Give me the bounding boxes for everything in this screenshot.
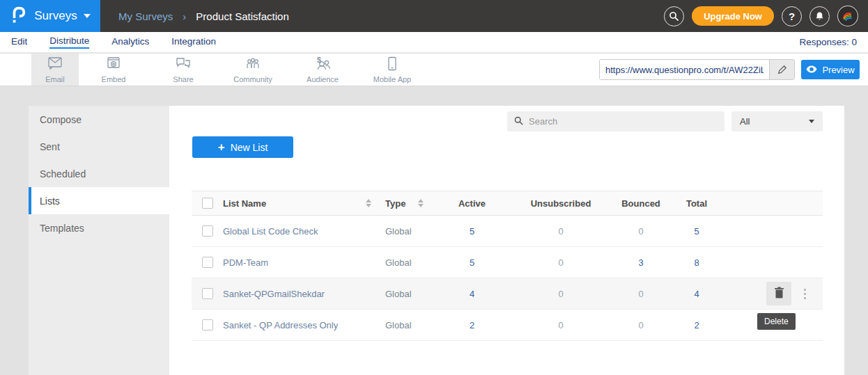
bounced-count: 0 [610, 226, 672, 237]
preview-button[interactable]: Preview [801, 60, 860, 79]
channel-community[interactable]: Community [218, 54, 288, 86]
total-count[interactable]: 4 [672, 289, 721, 299]
row-checkbox[interactable] [202, 288, 213, 299]
mobile-app-icon [387, 56, 397, 74]
unsubscribed-count: 0 [512, 257, 610, 268]
column-list-name: List Name [223, 198, 266, 209]
preview-label: Preview [822, 65, 854, 75]
sidebar-item-sent[interactable]: Sent [29, 133, 169, 160]
channel-items: Email Embed [31, 54, 427, 86]
delete-tooltip: Delete [757, 313, 796, 330]
tab-edit[interactable]: Edit [11, 36, 27, 48]
channel-share[interactable]: Share [148, 54, 218, 86]
tab-analytics[interactable]: Analytics [111, 36, 149, 48]
channel-label: Community [233, 75, 272, 83]
channel-email[interactable]: Email [31, 54, 79, 86]
chevron-down-icon [84, 14, 91, 18]
channel-label: Embed [102, 75, 126, 83]
filter-value: All [740, 116, 750, 127]
sort-list-name-icon[interactable] [366, 199, 371, 207]
new-list-button[interactable]: + New List [192, 136, 293, 158]
email-icon [47, 56, 63, 74]
active-count[interactable]: 4 [432, 289, 512, 299]
channel-label: Mobile App [373, 75, 411, 83]
row-checkbox[interactable] [202, 225, 213, 237]
user-avatar[interactable] [837, 6, 858, 26]
plus-icon: + [218, 141, 225, 153]
filter-dropdown[interactable]: All [731, 111, 823, 131]
edit-url-pencil-icon[interactable] [769, 60, 794, 79]
column-bounced: Bounced [610, 198, 672, 209]
row-more-menu-icon[interactable] [801, 286, 809, 302]
total-count[interactable]: 8 [672, 257, 721, 268]
channel-mobile-app[interactable]: Mobile App [357, 54, 427, 86]
table-row: Global List Code Check Global 5 0 0 5 [192, 216, 823, 247]
list-name-link[interactable]: Sanket - QP Addresses Only [223, 320, 338, 330]
sidebar-item-compose[interactable]: Compose [29, 106, 169, 133]
table-row: PDM-Team Global 5 0 3 8 [192, 247, 823, 278]
sidebar-item-scheduled[interactable]: Scheduled [29, 160, 169, 187]
audience-icon: $ [313, 56, 332, 74]
select-all-checkbox[interactable] [202, 198, 213, 209]
unsubscribed-count: 0 [512, 289, 610, 299]
breadcrumb-my-surveys[interactable]: My Surveys [118, 10, 173, 22]
questionpro-logo-icon [10, 5, 28, 27]
topbar-actions: Upgrade Now ? [664, 6, 868, 26]
active-count[interactable]: 5 [432, 257, 512, 268]
row-checkbox[interactable] [202, 257, 213, 268]
share-icon [175, 56, 192, 74]
list-type: Global [374, 289, 432, 299]
active-count[interactable]: 5 [432, 226, 512, 237]
embed-icon [106, 56, 121, 74]
unsubscribed-count: 0 [512, 320, 610, 330]
bounced-count[interactable]: 3 [610, 257, 672, 268]
notifications-bell-icon[interactable] [809, 6, 830, 26]
survey-url-input[interactable] [600, 60, 769, 79]
unsubscribed-count: 0 [512, 226, 610, 237]
responses-count: Responses: 0 [799, 37, 857, 47]
community-icon [245, 56, 261, 74]
row-checkbox[interactable] [202, 319, 213, 330]
column-total: Total [672, 198, 721, 209]
list-name-link[interactable]: Global List Code Check [223, 226, 318, 237]
topbar: Surveys My Surveys › Product Satisfactio… [0, 0, 868, 32]
active-count[interactable]: 2 [432, 320, 512, 330]
delete-list-button[interactable] [766, 282, 791, 305]
total-count[interactable]: 2 [672, 320, 721, 330]
bounced-count: 0 [610, 289, 672, 299]
tab-distribute[interactable]: Distribute [49, 35, 89, 49]
sort-type-icon[interactable] [418, 199, 424, 207]
channel-audience[interactable]: $ Audience [288, 54, 357, 86]
survey-url-box [599, 59, 795, 80]
surveys-product-menu[interactable]: Surveys [0, 0, 100, 32]
breadcrumb-separator: › [183, 10, 186, 22]
new-list-label: New List [231, 142, 268, 153]
list-type: Global [374, 320, 432, 330]
total-count[interactable]: 5 [672, 226, 721, 237]
table-row: Sanket - QP Addresses Only Global 2 0 0 … [192, 310, 823, 341]
channel-embed[interactable]: Embed [79, 54, 148, 86]
search-icon [514, 115, 523, 128]
search-input[interactable] [529, 116, 718, 127]
list-name-link[interactable]: PDM-Team [223, 257, 268, 268]
search-icon[interactable] [664, 6, 684, 26]
distribute-toolbar: Email Embed [0, 54, 868, 86]
sidebar-item-lists[interactable]: Lists [29, 187, 169, 214]
sidebar-item-templates[interactable]: Templates [29, 214, 169, 241]
channel-label: Email [45, 75, 65, 83]
list-name-link[interactable]: Sanket-QPGmailShekdar [223, 289, 325, 299]
help-icon[interactable]: ? [782, 6, 802, 26]
tab-integration[interactable]: Integration [171, 36, 216, 48]
trash-icon [774, 287, 784, 301]
survey-nav: Edit Distribute Analytics Integration Re… [0, 32, 868, 53]
lists-panel: All + New List List Name Type Active Uns… [169, 106, 844, 375]
column-type: Type [385, 198, 405, 209]
upgrade-now-button[interactable]: Upgrade Now [692, 6, 774, 26]
table-row-hovered: Sanket-QPGmailShekdar Global 4 0 0 4 [192, 278, 823, 310]
breadcrumb: My Surveys › Product Satisfaction [118, 10, 289, 22]
page-title: Product Satisfaction [196, 10, 288, 22]
product-name: Surveys [34, 9, 77, 23]
lists-table: List Name Type Active Unsubscribed Bounc… [192, 191, 823, 341]
column-active: Active [432, 198, 512, 209]
email-sidebar: Compose Sent Scheduled Lists Templates [29, 106, 169, 375]
